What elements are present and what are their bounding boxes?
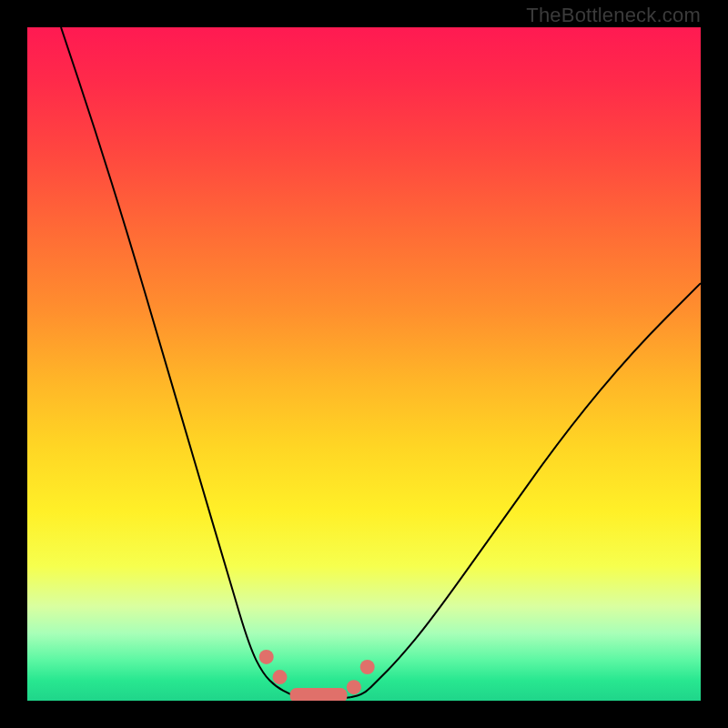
valley-highlight-bar: [290, 688, 348, 701]
highlight-dot: [360, 660, 375, 674]
curve-left-branch: [61, 27, 297, 697]
curve-right-branch: [350, 283, 701, 697]
highlight-dot: [259, 650, 274, 664]
watermark-text: TheBottleneck.com: [526, 4, 701, 27]
valley-highlight-dots: [259, 650, 375, 694]
highlight-dot: [273, 670, 288, 684]
plot-area: [27, 27, 701, 701]
highlight-dot: [347, 680, 361, 694]
outer-frame: TheBottleneck.com: [0, 0, 728, 728]
curve-layer: [27, 27, 701, 701]
